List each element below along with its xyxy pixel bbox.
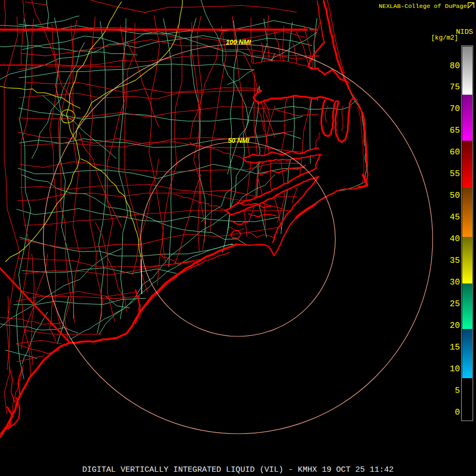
- svg-text:100 NMI: 100 NMI: [226, 39, 251, 46]
- svg-text:0: 0: [455, 408, 460, 417]
- svg-text:15: 15: [450, 343, 460, 352]
- svg-text:45: 45: [450, 213, 460, 222]
- svg-text:NIDS: NIDS: [456, 28, 473, 36]
- svg-text:75: 75: [450, 83, 460, 92]
- svg-text:50: 50: [450, 191, 460, 200]
- svg-text:60: 60: [450, 148, 460, 157]
- svg-text:50 NMI: 50 NMI: [228, 137, 250, 144]
- svg-text:70: 70: [450, 104, 460, 114]
- svg-text:DIGITAL VERTICALLY INTEGRATED: DIGITAL VERTICALLY INTEGRATED LIQUID (VI…: [83, 465, 394, 474]
- svg-text:55: 55: [450, 169, 460, 179]
- svg-text:65: 65: [450, 126, 460, 135]
- svg-text:25: 25: [450, 299, 460, 309]
- svg-text:20: 20: [450, 321, 460, 331]
- svg-text:10: 10: [450, 364, 460, 374]
- svg-text:[kg/m2]: [kg/m2]: [431, 34, 458, 42]
- svg-text:NEXLAB-College of DuPage: NEXLAB-College of DuPage: [379, 3, 467, 10]
- svg-text:35: 35: [450, 256, 460, 266]
- svg-text:5: 5: [455, 386, 460, 396]
- svg-text:80: 80: [450, 61, 460, 71]
- svg-text:30: 30: [450, 278, 460, 287]
- svg-text:40: 40: [450, 234, 460, 244]
